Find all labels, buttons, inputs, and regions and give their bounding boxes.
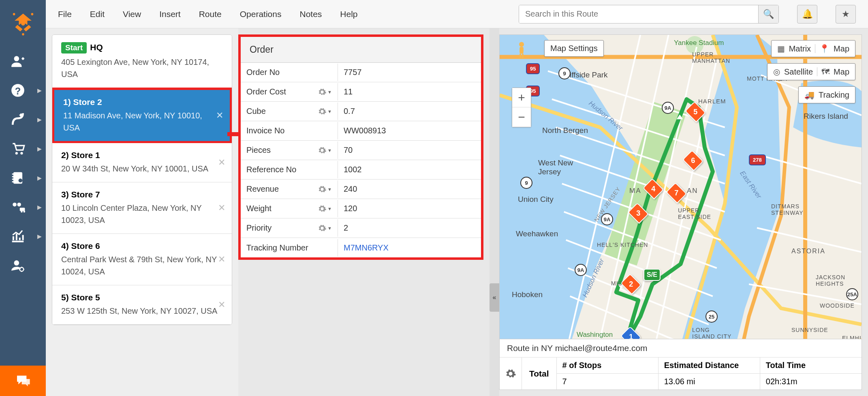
order-value: 70 bbox=[338, 141, 481, 159]
order-key-label: Priority bbox=[246, 223, 272, 233]
stop-addr: 253 W 125th St, New York, NY 10027, USA bbox=[61, 305, 223, 317]
svg-point-1 bbox=[13, 13, 15, 15]
map-layer-toggle[interactable]: ◎Satellite 🗺Map bbox=[767, 63, 855, 80]
chevron-right-icon: ▶ bbox=[37, 146, 42, 152]
totals-settings-button[interactable] bbox=[500, 357, 522, 390]
order-key: Order Cost▼ bbox=[241, 83, 338, 101]
remove-stop-icon[interactable]: ✕ bbox=[218, 254, 225, 265]
sidebar-item-routes[interactable]: ▶ bbox=[0, 105, 46, 134]
map-mode-toggle[interactable]: ▦Matrix 📍Map bbox=[771, 40, 855, 57]
cart-icon bbox=[10, 141, 26, 156]
totals-distance-header: Estimated Distance bbox=[658, 357, 760, 374]
addressbook-icon bbox=[10, 170, 26, 186]
stop-item-4[interactable]: 4) Store 6 Central Park West & 79th St, … bbox=[52, 234, 232, 285]
zoom-in-button[interactable]: + bbox=[512, 88, 531, 107]
remove-stop-icon[interactable]: ✕ bbox=[218, 157, 225, 168]
team-vehicle-icon bbox=[10, 199, 26, 215]
remove-stop-icon[interactable]: ✕ bbox=[218, 203, 225, 213]
svg-point-12 bbox=[17, 203, 21, 207]
totals-stops-header: # of Stops bbox=[557, 357, 658, 374]
menu-view[interactable]: View bbox=[123, 9, 141, 19]
menu-route[interactable]: Route bbox=[199, 9, 222, 19]
zoom-out-button[interactable]: − bbox=[512, 107, 531, 127]
app-sidebar: ? ▶ ▶ ▶ ▶ ▶ ▶ bbox=[0, 0, 46, 396]
stop-title: 2) Store 1 bbox=[61, 150, 223, 160]
pegman-icon bbox=[514, 41, 529, 60]
chat-icon bbox=[15, 373, 31, 389]
order-row: Invoice NoWW008913 bbox=[241, 121, 481, 141]
tracking-button[interactable]: 🚚Tracking bbox=[798, 86, 855, 103]
order-key: Revenue▼ bbox=[241, 180, 338, 198]
sidebar-item-add-user[interactable] bbox=[0, 47, 46, 76]
remove-stop-icon[interactable]: ✕ bbox=[218, 300, 225, 310]
menu-insert[interactable]: Insert bbox=[159, 9, 181, 19]
sidebar-item-help[interactable]: ? ▶ bbox=[0, 76, 46, 105]
stop-item-5[interactable]: 5) Store 5 253 W 125th St, New York, NY … bbox=[52, 285, 232, 325]
svg-point-2 bbox=[31, 13, 33, 15]
menu-edit[interactable]: Edit bbox=[90, 9, 105, 19]
order-key-label: Tracking Number bbox=[246, 243, 308, 253]
collapse-panel-button[interactable]: « bbox=[490, 283, 499, 312]
stop-item-2[interactable]: 2) Store 1 20 W 34th St, New York, NY 10… bbox=[52, 143, 232, 182]
tracking-link[interactable]: M7MN6RYX bbox=[344, 243, 389, 252]
sidebar-item-analytics[interactable]: ▶ bbox=[0, 222, 46, 251]
order-value: M7MN6RYX bbox=[338, 239, 481, 257]
stop-title: 5) Store 5 bbox=[61, 293, 223, 302]
field-settings-button[interactable]: ▼ bbox=[318, 204, 332, 213]
menu-file[interactable]: File bbox=[58, 9, 72, 19]
truck-icon: 🚚 bbox=[804, 90, 815, 100]
map-footer: Route in NY michael@route4me.com Total #… bbox=[500, 339, 862, 390]
chevron-right-icon: ▶ bbox=[37, 116, 42, 123]
svg-rect-22 bbox=[520, 47, 524, 54]
logo bbox=[0, 0, 46, 47]
remove-stop-icon[interactable]: ✕ bbox=[216, 110, 223, 121]
order-box: Order Order No7757Order Cost▼11Cube▼0.7I… bbox=[238, 34, 483, 260]
search-input[interactable] bbox=[519, 5, 758, 23]
satellite-icon: ◎ bbox=[773, 67, 780, 77]
svg-point-7 bbox=[15, 152, 18, 154]
notifications-button[interactable]: 🔔 bbox=[797, 5, 817, 24]
sidebar-item-user-settings[interactable] bbox=[0, 251, 46, 280]
sidebar-item-addressbook[interactable]: ▶ bbox=[0, 163, 46, 193]
search-button[interactable]: 🔍 bbox=[758, 5, 778, 23]
menu-notes[interactable]: Notes bbox=[299, 9, 322, 19]
field-settings-button[interactable]: ▼ bbox=[318, 88, 332, 96]
order-value: 1002 bbox=[338, 161, 481, 178]
field-settings-button[interactable]: ▼ bbox=[318, 146, 332, 155]
sidebar-item-team[interactable]: ▶ bbox=[0, 193, 46, 222]
svg-point-20 bbox=[686, 36, 703, 54]
svg-point-16 bbox=[14, 260, 19, 265]
chevron-left-icon: « bbox=[493, 294, 496, 301]
streetview-pegman[interactable] bbox=[512, 41, 531, 60]
svg-point-15 bbox=[23, 211, 25, 213]
order-key: Reference No bbox=[241, 161, 338, 178]
highlight-connector bbox=[227, 132, 241, 136]
sidebar-item-chat[interactable] bbox=[0, 366, 46, 396]
stop-start[interactable]: StartHQ 405 Lexington Ave, New York, NY … bbox=[52, 35, 232, 88]
chevron-right-icon: ▶ bbox=[37, 233, 42, 240]
stop-item-1[interactable]: 1) Store 2 11 Madison Ave, New York, NY … bbox=[52, 88, 232, 143]
search-container: 🔍 bbox=[519, 5, 779, 24]
sidebar-item-orders[interactable]: ▶ bbox=[0, 134, 46, 163]
map-settings-button[interactable]: Map Settings bbox=[544, 40, 604, 57]
order-key-label: Cube bbox=[246, 107, 266, 116]
field-settings-button[interactable]: ▼ bbox=[318, 224, 332, 233]
map-panel[interactable]: Yankee Stadium Edgewater Cliffside Park … bbox=[499, 34, 862, 390]
field-settings-button[interactable]: ▼ bbox=[318, 185, 332, 194]
menu-operations[interactable]: Operations bbox=[240, 9, 282, 19]
favorite-button[interactable]: ★ bbox=[836, 5, 856, 24]
order-value: 0.7 bbox=[338, 103, 481, 120]
stop-item-3[interactable]: 3) Store 7 10 Lincoln Center Plaza, New … bbox=[52, 182, 232, 234]
order-key-label: Invoice No bbox=[246, 126, 285, 135]
menu-help[interactable]: Help bbox=[340, 9, 357, 19]
stop-addr: Central Park West & 79th St, New York, N… bbox=[61, 253, 223, 278]
map-marker-start-end[interactable]: S/E bbox=[644, 269, 661, 281]
order-key: Weight▼ bbox=[241, 200, 338, 217]
svg-rect-13 bbox=[20, 208, 25, 211]
field-settings-button[interactable]: ▼ bbox=[318, 107, 332, 116]
pin-icon: 📍 bbox=[819, 44, 830, 54]
order-header: Order bbox=[241, 37, 481, 63]
order-row: Order Cost▼11 bbox=[241, 82, 481, 102]
svg-point-8 bbox=[20, 152, 23, 154]
route4me-logo-icon bbox=[9, 9, 37, 38]
